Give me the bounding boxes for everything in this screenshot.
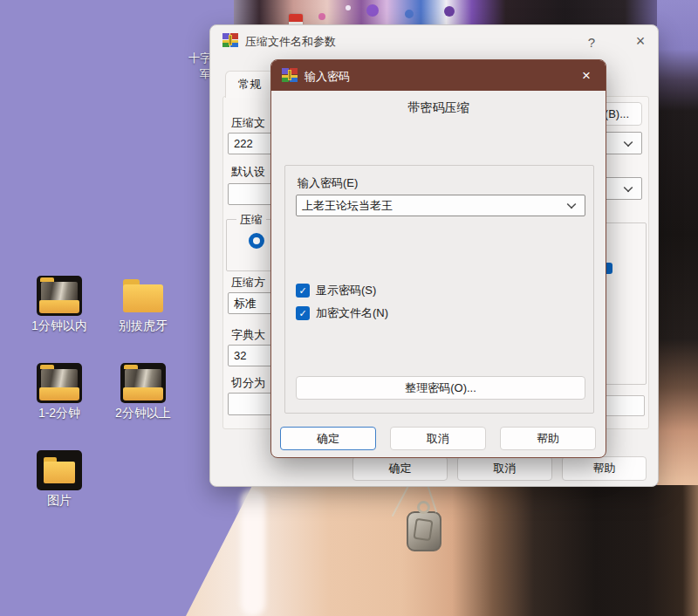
chevron-down-icon bbox=[624, 182, 633, 192]
winrar-icon bbox=[282, 68, 298, 82]
chevron-down-icon bbox=[567, 200, 577, 209]
split-volumes-label: 切分为 bbox=[231, 375, 265, 391]
help-button[interactable]: 帮助 bbox=[500, 427, 596, 450]
close-icon[interactable]: × bbox=[574, 65, 599, 86]
encrypt-filenames-label: 加密文件名(N) bbox=[316, 305, 388, 321]
chevron-down-icon bbox=[624, 137, 633, 147]
password-input[interactable]: 上老王论坛当老王 bbox=[296, 195, 585, 216]
tab-general[interactable]: 常规 bbox=[225, 71, 274, 98]
desktop-folder-1-2min[interactable]: 1-2分钟 bbox=[14, 363, 105, 421]
winrar-icon bbox=[222, 33, 238, 47]
show-password-checkbox-row[interactable]: ✓ 显示密码(S) bbox=[296, 283, 376, 298]
dictionary-size-label: 字典大 bbox=[231, 327, 265, 343]
desktop-icon-label: 别拔虎牙 bbox=[98, 318, 188, 333]
cancel-button[interactable]: 取消 bbox=[390, 427, 486, 450]
folder-dark-icon bbox=[37, 450, 82, 490]
locket-ring bbox=[417, 501, 430, 514]
folder-thumbnail-icon bbox=[37, 276, 82, 316]
archive-name-label: 压缩文 bbox=[231, 115, 265, 131]
desktop-icon-label: 1分钟以内 bbox=[14, 318, 105, 333]
ok-button[interactable]: 确定 bbox=[352, 456, 448, 481]
dialog-help-button[interactable]: ? bbox=[580, 32, 603, 51]
wallpaper-gems bbox=[366, 4, 379, 17]
enter-password-dialog: 输入密码 × 带密码压缩 输入密码(E) 上老王论坛当老王 ✓ 显示密码(S) … bbox=[270, 59, 606, 458]
locket bbox=[407, 511, 441, 551]
partially-hidden-desktop-label: 十字 军 bbox=[176, 51, 211, 82]
help-button[interactable]: 帮助 bbox=[562, 456, 647, 481]
folder-thumbnail-icon bbox=[37, 363, 82, 403]
encrypt-filenames-checkbox-row[interactable]: ✓ 加密文件名(N) bbox=[296, 305, 388, 321]
compression-method-label: 压缩方 bbox=[231, 275, 265, 291]
folder-icon bbox=[123, 279, 163, 312]
archive-format-group-label: 压缩 bbox=[236, 212, 266, 228]
checkbox-checked-icon[interactable]: ✓ bbox=[296, 306, 310, 320]
enter-password-label: 输入密码(E) bbox=[298, 175, 358, 191]
checkmark-icon: ✓ bbox=[298, 286, 306, 296]
format-radio-selected[interactable] bbox=[249, 233, 264, 249]
ok-button[interactable]: 确定 bbox=[280, 427, 376, 450]
checkbox-checked-icon[interactable]: ✓ bbox=[296, 284, 310, 298]
compress-with-password-heading: 带密码压缩 bbox=[271, 100, 606, 116]
desktop-folder-2min-plus[interactable]: 2分钟以上 bbox=[98, 363, 188, 421]
desktop-icon-label: 1-2分钟 bbox=[14, 406, 105, 421]
show-password-label: 显示密码(S) bbox=[316, 283, 376, 298]
password-value: 上老王论坛当老王 bbox=[302, 198, 393, 214]
close-icon[interactable]: × bbox=[627, 31, 654, 51]
profile-label: 默认设 bbox=[231, 164, 265, 180]
desktop-icon-label: 2分钟以上 bbox=[98, 406, 188, 421]
desktop-folder-pictures[interactable]: 图片 bbox=[14, 450, 105, 508]
wallpaper-strap bbox=[241, 489, 265, 616]
desktop-folder-biebahuya[interactable]: 别拔虎牙 bbox=[98, 276, 188, 333]
desktop-folder-1min[interactable]: 1分钟以内 bbox=[14, 276, 105, 333]
cancel-button[interactable]: 取消 bbox=[457, 456, 552, 481]
organize-passwords-button[interactable]: 整理密码(O)... bbox=[296, 376, 585, 400]
dialog-title: 压缩文件名和参数 bbox=[245, 34, 336, 50]
desktop-icon-label: 图片 bbox=[14, 493, 105, 508]
folder-thumbnail-icon bbox=[120, 363, 166, 403]
dialog-title: 输入密码 bbox=[305, 69, 350, 85]
checkmark-icon: ✓ bbox=[298, 309, 306, 318]
wallpaper-pendant bbox=[394, 485, 447, 562]
